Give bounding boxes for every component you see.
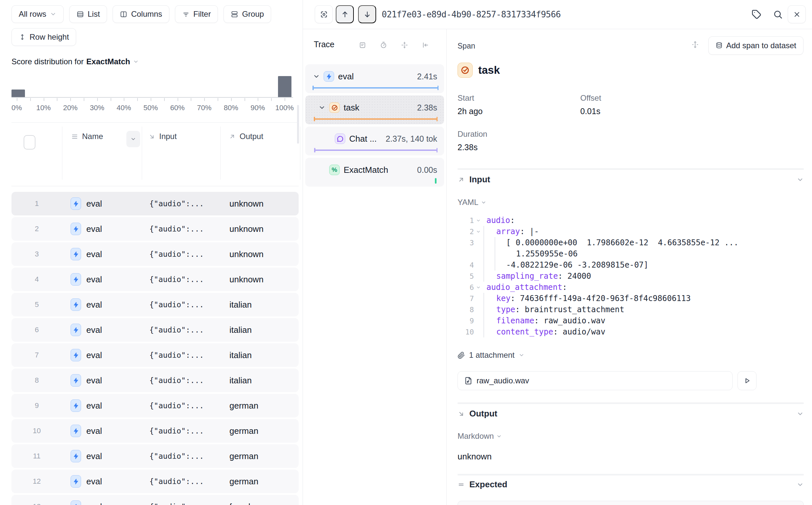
yaml-value: : braintrust_attachment [515,305,624,314]
table-row[interactable]: 9eval{"audio":...german [11,394,299,417]
row-height-button[interactable]: Row height [11,28,76,46]
audio-file-icon [464,377,472,385]
row-name-cell: eval [86,451,102,461]
row-output-cell: italian [229,375,252,386]
tag-icon[interactable] [751,9,762,19]
table-row[interactable]: 6eval{"audio":...italian [11,318,299,342]
line-number: 5 [458,272,474,280]
histogram-tick [17,98,17,101]
trace-span-label: ExactMatch [344,165,413,175]
attachments-toggle[interactable]: 1 attachment [458,351,525,360]
collapse-left-icon[interactable] [422,41,429,49]
fold-chevron-icon[interactable] [474,229,482,234]
trace-span-exactmatch[interactable]: %ExactMatch0.00s [305,158,444,187]
trace-span-eval[interactable]: eval2.41s [305,64,444,93]
table-row[interactable]: 2eval{"audio":...unknown [11,217,299,241]
add-span-to-dataset-button[interactable]: Add span to dataset [708,36,804,55]
previous-row-button[interactable] [336,5,354,23]
trace-span-duration: 2.38s [417,103,437,113]
indent-guide [483,226,484,237]
eval-icon [71,450,81,462]
group-button[interactable]: Group [224,5,271,23]
table-row[interactable]: 5eval{"audio":...italian [11,293,299,316]
chevron-down-icon[interactable] [318,104,326,111]
scorer-icon: % [329,165,340,175]
row-number: 6 [11,326,62,334]
table-row[interactable]: 8eval{"audio":...italian [11,369,299,392]
histogram-tick-label: 10% [30,104,57,112]
row-number: 10 [11,427,62,435]
all-rows-dropdown[interactable]: All rows [11,5,64,23]
code-line: 6audio_attachment: [458,282,804,293]
row-output-cell: german [229,426,258,436]
fold-chevron-icon[interactable] [474,285,482,290]
column-header-input[interactable]: Input [148,132,177,141]
lightning-icon [71,223,81,235]
trace-span-row: %ExactMatch0.00s [318,163,437,177]
attachment-filename: raw_audio.wav [477,376,529,385]
name-column-menu-button[interactable] [126,131,140,147]
table-row[interactable]: 11eval{"audio":...german [11,444,299,468]
close-button[interactable] [788,5,806,23]
select-all-checkbox[interactable] [24,135,35,150]
start-label: Start [458,94,474,103]
histogram-tick [284,98,285,101]
fold-chevron-icon[interactable] [474,218,482,223]
chevron-down-icon[interactable] [313,73,321,80]
chevron-down-icon [481,200,486,205]
next-row-button[interactable] [358,5,376,23]
table-row[interactable]: 10eval{"audio":...german [11,419,299,443]
filter-button[interactable]: Filter [175,5,218,23]
eval-icon [71,500,81,505]
search-icon[interactable] [773,9,783,19]
resize-handle-icon[interactable] [691,40,699,49]
table-row[interactable]: 1eval{"audio":...unknown [11,192,299,215]
column-header-name[interactable]: Name [71,132,103,141]
trace-eval-app: All rows List Columns Filter Group [0,0,812,505]
chevron-down-icon[interactable] [797,176,804,183]
expected-section-header[interactable]: Expected [458,479,804,490]
table-row[interactable]: 4eval{"audio":...unknown [11,268,299,291]
output-format-dropdown[interactable]: Markdown [458,432,502,441]
trace-span-chat-[interactable]: Chat ...2.37s, 140 tok [305,127,444,155]
histogram-tick [164,98,165,101]
table-toolbar: All rows List Columns Filter Group [11,5,271,23]
table-row[interactable]: 13eval{"audio":...french [11,495,299,505]
all-rows-label: All rows [19,9,46,19]
row-number: 5 [11,300,62,309]
histogram-tick-label: 100% [271,104,298,112]
code-text: key: 74636fff-149a-4f20-963f-8f4c9860611… [496,294,691,303]
play-attachment-button[interactable] [737,371,757,390]
attachment-file-chip[interactable]: raw_audio.wav [458,371,732,390]
output-section-label: Output [469,408,497,419]
chevron-down-icon[interactable] [797,410,804,417]
notes-icon[interactable] [359,41,366,49]
collapse-vertical-icon[interactable] [401,41,408,49]
row-name-cell: eval [86,249,102,260]
chevron-down-icon [133,59,139,64]
expand-trace-button[interactable] [315,5,333,23]
table-row[interactable]: 3eval{"audio":...unknown [11,242,299,266]
list-button[interactable]: List [69,5,107,23]
trace-tree-panel: Trace eval2.41stask2.38sChat ...2.37s, 1… [303,29,446,505]
table-row[interactable]: 12eval{"audio":...german [11,470,299,493]
score-distribution-title[interactable]: Score distribution for ExactMatch [11,57,139,66]
duration-label: Duration [458,130,487,139]
table-scrollbar-thumb[interactable] [297,105,299,144]
yaml-value: 1.2550955e-06 [516,249,578,259]
code-text: filename: raw_audio.wav [496,316,605,325]
row-input-cell: {"audio":... [149,502,204,505]
input-section-header[interactable]: Input [458,174,804,185]
columns-button[interactable]: Columns [113,5,169,23]
column-header-output[interactable]: Output [229,132,263,141]
trace-span-task[interactable]: task2.38s [305,96,444,124]
input-format-dropdown[interactable]: YAML [458,198,486,207]
timer-icon[interactable] [380,41,387,49]
output-section-header[interactable]: Output [458,408,804,419]
histogram-tick [57,98,57,101]
table-row[interactable]: 7eval{"audio":...italian [11,343,299,367]
lightning-icon [71,500,81,505]
row-height-icon [19,33,26,41]
histogram-axis [11,97,293,98]
chevron-down-icon[interactable] [797,481,804,488]
